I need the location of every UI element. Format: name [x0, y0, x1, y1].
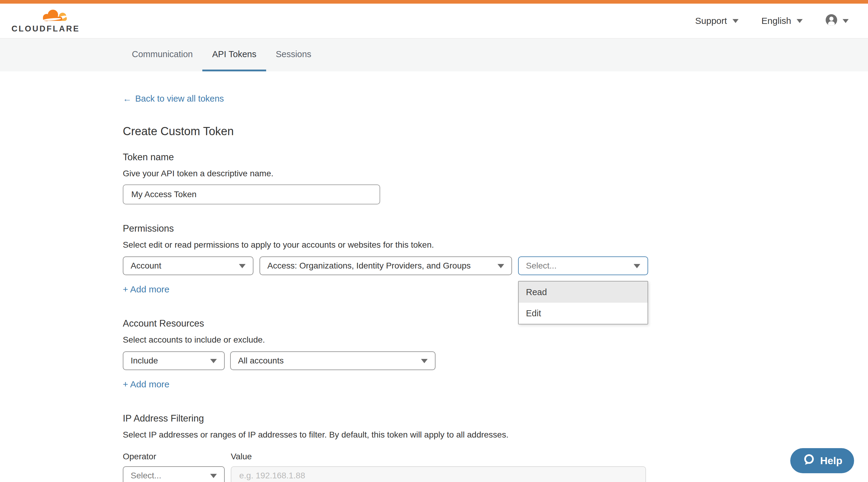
permission-resource-value: Access: Organizations, Identity Provider…	[267, 261, 471, 270]
ip-operator-select[interactable]: Select...	[123, 466, 225, 482]
menu-option-read[interactable]: Read	[519, 282, 648, 303]
chevron-down-icon	[210, 474, 217, 478]
chevron-down-icon	[497, 264, 504, 268]
chevron-down-icon	[843, 19, 849, 23]
page-title: Create Custom Token	[123, 125, 868, 138]
chevron-down-icon	[210, 359, 217, 363]
ip-filtering-description: Select IP addresses or ranges of IP addr…	[123, 430, 868, 440]
token-name-input[interactable]	[123, 185, 380, 204]
cloudflare-cloud-icon	[11, 9, 69, 24]
language-menu-label: English	[762, 16, 791, 26]
ip-operator-placeholder: Select...	[131, 471, 161, 481]
help-button[interactable]: Help	[790, 448, 854, 473]
permission-level-menu: Read Edit	[518, 281, 648, 324]
help-button-label: Help	[820, 455, 843, 467]
back-link-label: Back to view all tokens	[135, 94, 224, 104]
tab-api-tokens[interactable]: API Tokens	[202, 39, 266, 71]
permissions-section: Permissions Select edit or read permissi…	[123, 223, 868, 294]
permissions-heading: Permissions	[123, 223, 868, 234]
support-menu-label: Support	[695, 16, 727, 26]
chat-bubble-icon	[802, 453, 815, 469]
operator-label: Operator	[123, 452, 231, 461]
token-name-section: Token name Give your API token a descrip…	[123, 152, 868, 204]
tab-sessions[interactable]: Sessions	[266, 39, 321, 71]
permission-category-value: Account	[131, 261, 161, 270]
token-name-heading: Token name	[123, 152, 868, 163]
language-menu[interactable]: English	[762, 16, 803, 26]
brand-accent-bar	[0, 0, 868, 4]
account-resources-add-more-link[interactable]: + Add more	[123, 379, 169, 389]
permission-level-select[interactable]: Select... Read Edit	[518, 256, 648, 275]
chevron-down-icon	[797, 19, 803, 23]
support-menu[interactable]: Support	[695, 16, 739, 26]
tab-communication[interactable]: Communication	[122, 39, 202, 71]
cloudflare-logo[interactable]: CLOUDFLARE	[11, 9, 80, 33]
cloudflare-wordmark: CLOUDFLARE	[11, 25, 80, 33]
permission-resource-select[interactable]: Access: Organizations, Identity Provider…	[259, 256, 512, 275]
app-header: CLOUDFLARE Support English	[0, 4, 868, 39]
value-label: Value	[231, 452, 252, 461]
ip-value-input[interactable]	[231, 466, 646, 482]
permissions-description: Select edit or read permissions to apply…	[123, 240, 868, 250]
account-scope-value: All accounts	[238, 356, 284, 365]
chevron-down-icon	[633, 264, 640, 268]
left-arrow-icon: ←	[123, 94, 131, 104]
account-scope-select[interactable]: All accounts	[230, 351, 435, 370]
chevron-down-icon	[421, 359, 428, 363]
chevron-down-icon	[733, 19, 739, 23]
ip-filtering-heading: IP Address Filtering	[123, 413, 868, 424]
permission-category-select[interactable]: Account	[123, 256, 253, 275]
profile-tabs: Communication API Tokens Sessions	[0, 39, 868, 71]
account-menu[interactable]	[826, 14, 849, 28]
permissions-add-more-link[interactable]: + Add more	[123, 284, 169, 294]
permission-level-placeholder: Select...	[526, 261, 557, 270]
account-resources-description: Select accounts to include or exclude.	[123, 335, 868, 345]
chevron-down-icon	[239, 264, 246, 268]
account-resources-heading: Account Resources	[123, 318, 868, 329]
ip-filtering-section: IP Address Filtering Select IP addresses…	[123, 413, 868, 482]
account-include-value: Include	[131, 356, 158, 365]
header-nav: Support English	[695, 14, 849, 28]
user-avatar-icon	[826, 14, 837, 28]
back-to-tokens-link[interactable]: ← Back to view all tokens	[123, 94, 224, 104]
account-include-select[interactable]: Include	[123, 351, 225, 370]
menu-option-edit[interactable]: Edit	[519, 303, 648, 324]
token-name-description: Give your API token a descriptive name.	[123, 169, 868, 179]
account-resources-section: Account Resources Select accounts to inc…	[123, 318, 868, 389]
create-token-form: ← Back to view all tokens Create Custom …	[0, 71, 868, 482]
